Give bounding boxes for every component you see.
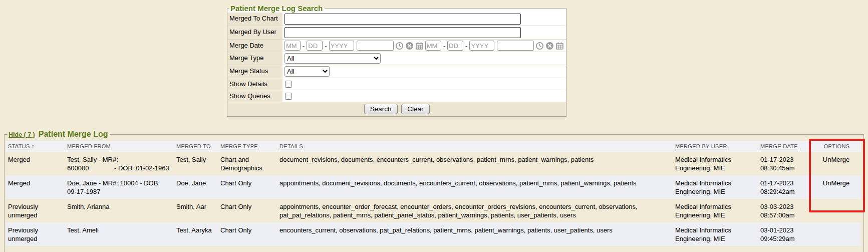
merge-date-label: Merge Date (227, 40, 282, 52)
merged-to-chart-input-cell (282, 13, 566, 26)
merge-type-row: Merge Type All (227, 52, 566, 65)
merge-type-label: Merge Type (227, 52, 282, 65)
merged-to-cell: Smith, Aar (174, 199, 218, 222)
merged-to-cell: Doe, Jane (174, 175, 218, 199)
sort-merge-type-link[interactable]: MERGE TYPE (220, 143, 258, 149)
merge-date-from-month-input[interactable] (284, 41, 301, 51)
x-circle-icon[interactable] (405, 42, 414, 50)
merge-status-input-cell: All (282, 65, 566, 78)
sort-merged-to-link[interactable]: MERGED TO (176, 143, 211, 149)
merged-from-cell: Test, Sally - MR#: 600000 - DOB: 01-02-1… (65, 152, 174, 175)
status-cell: Previously unmerged (6, 222, 65, 246)
clock-icon[interactable] (535, 42, 544, 50)
show-details-label: Show Details (227, 78, 282, 90)
clock-icon[interactable] (395, 42, 404, 50)
show-details-input-cell (282, 78, 566, 90)
details-cell: encounters_current, observations, pat_pa… (277, 222, 673, 246)
merge-date-to-day-input[interactable] (447, 41, 463, 51)
merge-type-cell: Chart and Demographics (218, 152, 277, 175)
status-cell: Merged (6, 175, 65, 199)
merge-type-input-cell: All (282, 52, 566, 65)
merged-by-user-input-cell (282, 26, 566, 39)
calendar-icon[interactable] (555, 42, 564, 50)
unmerge-link[interactable]: UnMerge (823, 156, 849, 163)
merge-date-to-month-input[interactable] (425, 41, 441, 51)
sort-details-link[interactable]: DETAILS (279, 143, 303, 149)
unmerge-link[interactable]: UnMerge (823, 179, 849, 187)
merged-to-chart-label: Merged To Chart (227, 13, 282, 26)
merge-date-cell: 03-01-2023 09:45:29am (758, 222, 813, 246)
merge-log-table: STATUS↑ MERGED FROM MERGED TO MERGE TYPE… (6, 141, 861, 246)
merge-type-cell: Chart Only (218, 175, 277, 199)
show-details-checkbox[interactable] (285, 81, 292, 88)
details-cell: appointments, document_revisions, docume… (277, 175, 673, 199)
column-header-merge-type: MERGE TYPE (218, 141, 277, 152)
merged-by-user-cell: Medical Informatics Engineering, MIE (673, 222, 758, 246)
merged-from-cell: Test, Ameli (65, 222, 174, 246)
sort-ascending-icon: ↑ (32, 143, 35, 150)
merge-date-to-year-input[interactable] (469, 41, 494, 51)
merge-type-cell: Chart Only (218, 199, 277, 222)
merge-date-from-time-input[interactable] (357, 41, 394, 51)
column-header-details: DETAILS (277, 141, 673, 152)
merge-date-cell: 01-17-2023 08:29:42am (758, 175, 813, 199)
merge-date-from-day-input[interactable] (307, 41, 323, 51)
merged-from-cell: Smith, Arianna (65, 199, 174, 222)
x-circle-icon[interactable] (545, 42, 554, 50)
show-details-row: Show Details (227, 78, 566, 90)
merge-date-input-cell: - - - - (282, 40, 566, 52)
show-queries-input-cell (282, 90, 566, 102)
date-separator: - (443, 42, 445, 50)
sort-merged-by-user-link[interactable]: MERGED BY USER (675, 143, 727, 149)
merge-status-label: Merge Status (227, 65, 282, 78)
merged-to-chart-input[interactable] (284, 14, 521, 25)
table-row: Merged Test, Sally - MR#: 600000 - DOB: … (6, 152, 861, 175)
merge-date-cell: 03-03-2023 08:57:00am (758, 199, 813, 222)
details-cell: document_revisions, documents, encounter… (277, 152, 673, 175)
merge-date-cell: 01-17-2023 08:30:45am (758, 152, 813, 175)
column-header-merged-to: MERGED TO (174, 141, 218, 152)
calendar-icon[interactable] (415, 42, 424, 50)
merged-from-cell: Doe, Jane - MR#: 10004 - DOB: 09-17-1987 (65, 175, 174, 199)
merge-type-cell: Chart Only (218, 222, 277, 246)
date-separator: - (465, 42, 467, 50)
options-cell (813, 222, 861, 246)
search-panel-footer: Search Clear (227, 102, 566, 116)
sort-status-link[interactable]: STATUS (8, 143, 30, 149)
clear-button[interactable]: Clear (401, 104, 429, 114)
options-cell: UnMerge (813, 175, 861, 199)
column-header-status: STATUS↑ (6, 141, 65, 152)
merge-date-to-time-input[interactable] (497, 41, 534, 51)
column-header-merged-by-user: MERGED BY USER (673, 141, 758, 152)
merge-status-row: Merge Status All (227, 65, 566, 78)
show-queries-row: Show Queries (227, 90, 566, 102)
column-header-merged-from: MERGED FROM (65, 141, 174, 152)
log-panel-title: Patient Merge Log (39, 130, 108, 138)
merge-date-from-year-input[interactable] (329, 41, 354, 51)
date-separator: - (303, 42, 305, 50)
merged-by-user-input[interactable] (284, 27, 521, 38)
status-cell: Merged (6, 152, 65, 175)
merge-type-select[interactable]: All (284, 53, 381, 64)
merged-by-user-row: Merged By User (227, 26, 566, 39)
date-separator: - (325, 42, 327, 50)
search-panel-legend: Patient Merge Log Search (229, 4, 325, 13)
merged-by-user-cell: Medical Informatics Engineering, MIE (673, 199, 758, 222)
merge-status-select[interactable]: All (284, 66, 330, 77)
show-queries-checkbox[interactable] (285, 93, 292, 100)
table-header-row: STATUS↑ MERGED FROM MERGED TO MERGE TYPE… (6, 141, 861, 152)
status-cell: Previously unmerged (6, 199, 65, 222)
table-row: Merged Doe, Jane - MR#: 10004 - DOB: 09-… (6, 175, 861, 199)
sort-merged-from-link[interactable]: MERGED FROM (67, 143, 111, 149)
options-cell (813, 199, 861, 222)
patient-merge-log-search-panel: Patient Merge Log Search Merged To Chart… (227, 4, 566, 117)
hide-link[interactable]: Hide ( 7 ) (9, 131, 35, 138)
merged-to-chart-row: Merged To Chart (227, 13, 566, 26)
column-header-options: OPTIONS (813, 141, 861, 152)
patient-merge-log-panel: Hide ( 7 )Patient Merge Log STATUS↑ MERG… (4, 130, 864, 252)
merge-date-row: Merge Date - - - - (227, 39, 566, 52)
table-row: Previously unmerged Test, Ameli Test, Aa… (6, 222, 861, 246)
search-button[interactable]: Search (364, 104, 398, 114)
table-row: Previously unmerged Smith, Arianna Smith… (6, 199, 861, 222)
sort-merge-date-link[interactable]: MERGE DATE (760, 143, 798, 149)
